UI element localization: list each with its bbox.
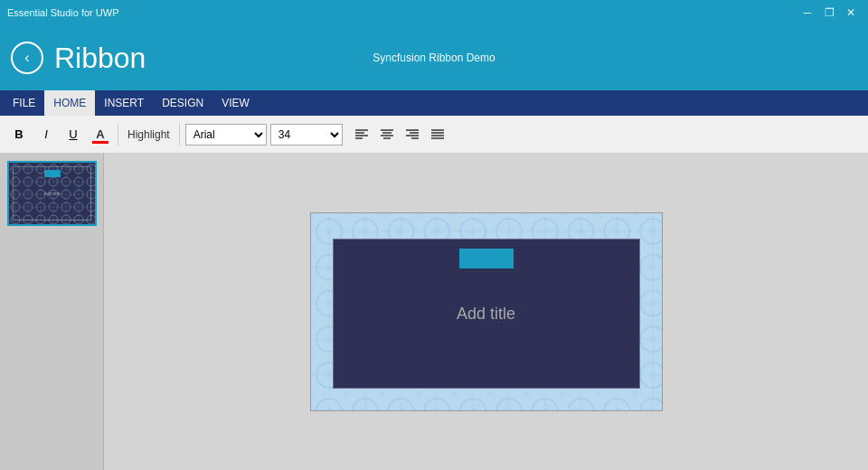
underline-button[interactable]: U: [61, 123, 85, 146]
menu-file[interactable]: FILE: [4, 90, 44, 116]
highlight-label: Highlight: [127, 128, 170, 141]
menu-design[interactable]: DESIGN: [153, 90, 212, 116]
slide-title-tab: [459, 249, 514, 268]
slide-canvas[interactable]: Add title: [310, 212, 663, 411]
main-content: Add title: [0, 154, 868, 470]
align-center-icon: [380, 128, 394, 141]
align-left-icon: [354, 128, 369, 141]
align-right-icon: [405, 128, 420, 141]
menu-home[interactable]: HOME: [44, 90, 95, 116]
menubar: FILE HOME INSERT DESIGN VIEW: [0, 90, 868, 116]
slide-dark-area: Add title: [333, 239, 640, 389]
toolbar: B I U A Highlight Arial Times New Roman …: [0, 116, 868, 154]
align-justify-icon: [430, 128, 445, 141]
slide-panel: Add title: [0, 154, 104, 470]
slide-background: Add title: [311, 213, 662, 410]
canvas-area: Add title: [104, 154, 868, 470]
restore-button[interactable]: ❐: [819, 5, 839, 21]
back-button[interactable]: ‹: [11, 42, 43, 74]
align-left-button[interactable]: [350, 123, 373, 146]
align-center-button[interactable]: [375, 123, 399, 146]
size-select[interactable]: 34 8 10 12 14 18 24 28 34 48 72: [270, 124, 343, 146]
toolbar-separator-1: [118, 124, 118, 146]
header-subtitle: Syncfusion Ribbon Demo: [373, 52, 495, 64]
app-title: Ribbon: [54, 42, 146, 75]
alignment-group: [350, 123, 449, 146]
font-select[interactable]: Arial Times New Roman Calibri: [185, 124, 267, 146]
close-button[interactable]: ✕: [841, 5, 861, 21]
titlebar-controls: ─ ❐ ✕: [797, 5, 861, 21]
bold-button[interactable]: B: [7, 123, 31, 146]
fontcolor-button[interactable]: A: [89, 123, 112, 146]
slide-thumb-inner: Add title: [9, 163, 95, 224]
align-justify-button[interactable]: [426, 123, 449, 146]
menu-view[interactable]: VIEW: [212, 90, 259, 116]
minimize-button[interactable]: ─: [797, 5, 817, 21]
toolbar-separator-2: [179, 124, 180, 146]
slide-thumbnail[interactable]: Add title: [7, 161, 97, 226]
app-header: ‹ Ribbon Syncfusion Ribbon Demo: [0, 25, 868, 90]
titlebar: Essential Studio for UWP ─ ❐ ✕: [0, 0, 868, 25]
slide-thumb-title: Add title: [43, 191, 60, 196]
italic-button[interactable]: I: [34, 123, 58, 146]
menu-insert[interactable]: INSERT: [95, 90, 153, 116]
align-right-button[interactable]: [401, 123, 424, 146]
titlebar-title: Essential Studio for UWP: [7, 7, 119, 18]
slide-thumb-tab: [44, 170, 61, 177]
fontcolor-label: A: [96, 127, 104, 141]
slide-canvas-title[interactable]: Add title: [457, 305, 515, 324]
